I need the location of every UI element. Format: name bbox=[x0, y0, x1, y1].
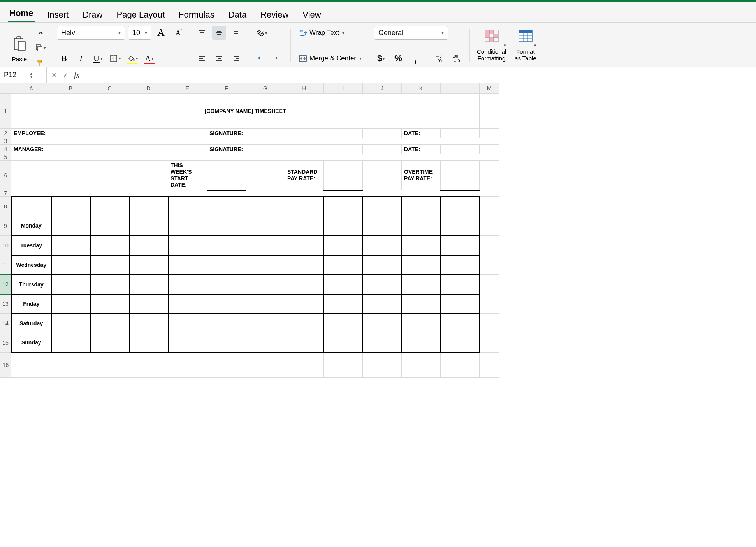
cell[interactable] bbox=[363, 275, 402, 294]
hdr-date[interactable]: DATE bbox=[51, 197, 90, 216]
cell-signature-value-1[interactable] bbox=[246, 129, 363, 138]
cell[interactable] bbox=[246, 294, 285, 314]
cell-ot-pay-value[interactable] bbox=[441, 161, 480, 190]
cell[interactable] bbox=[168, 255, 207, 275]
cell[interactable] bbox=[90, 255, 129, 275]
cell[interactable] bbox=[402, 255, 441, 275]
underline-button[interactable]: U▾ bbox=[91, 51, 105, 65]
cell[interactable] bbox=[480, 129, 499, 138]
name-box[interactable]: ▲▼ bbox=[0, 67, 47, 83]
cell[interactable] bbox=[363, 145, 402, 154]
cell[interactable] bbox=[402, 236, 441, 255]
cell[interactable] bbox=[51, 314, 90, 333]
cell-day-sat[interactable]: Saturday bbox=[11, 314, 51, 333]
cell[interactable] bbox=[480, 216, 499, 236]
cell[interactable] bbox=[11, 190, 499, 197]
cell[interactable] bbox=[90, 294, 129, 314]
font-color-button[interactable]: A ▾ bbox=[142, 51, 156, 65]
increase-decimal-button[interactable]: ←0.00 bbox=[434, 51, 448, 65]
cell-date-label-2[interactable]: DATE: bbox=[402, 145, 441, 154]
wrap-text-button[interactable]: ab Wrap Text ▾ bbox=[295, 26, 348, 40]
hdr-overtime[interactable]: OVERTIME(HOURS) bbox=[324, 197, 363, 216]
cell[interactable] bbox=[207, 216, 246, 236]
cell[interactable] bbox=[168, 314, 207, 333]
worksheet-grid[interactable]: A B C D E F G H I J K L M 1 [COMPANY NAM… bbox=[0, 83, 756, 378]
cell-employee-label[interactable]: EMPLOYEE: bbox=[11, 129, 51, 138]
col-header-M[interactable]: M bbox=[480, 83, 499, 94]
row-header-6[interactable]: 6 bbox=[0, 161, 11, 190]
cell-date-value-2[interactable] bbox=[441, 145, 480, 154]
cell-day-fri[interactable]: Friday bbox=[11, 294, 51, 314]
tab-review[interactable]: Review bbox=[259, 7, 290, 22]
cell[interactable] bbox=[246, 314, 285, 333]
row-header-2[interactable]: 2 bbox=[0, 129, 11, 138]
cell[interactable] bbox=[207, 294, 246, 314]
decrease-indent-button[interactable] bbox=[255, 51, 269, 65]
cell[interactable] bbox=[129, 314, 168, 333]
comma-format-button[interactable]: , bbox=[408, 51, 422, 65]
paste-button[interactable]: Paste bbox=[9, 31, 30, 64]
hdr-vacation[interactable]: VACATION(HOURS) bbox=[441, 197, 480, 216]
font-size-select[interactable]: 10 ▾ bbox=[128, 26, 151, 40]
number-format-select[interactable]: General ▾ bbox=[374, 26, 448, 40]
col-header-B[interactable]: B bbox=[51, 83, 90, 94]
cell[interactable] bbox=[51, 333, 90, 353]
col-header-G[interactable]: G bbox=[246, 83, 285, 94]
hdr-holiday[interactable]: HOLIDAY(HOURS) bbox=[402, 197, 441, 216]
row-header-15[interactable]: 15 bbox=[0, 333, 11, 353]
cell[interactable] bbox=[11, 154, 499, 161]
cell[interactable] bbox=[324, 353, 363, 378]
align-bottom-button[interactable] bbox=[229, 26, 243, 40]
tab-home[interactable]: Home bbox=[8, 6, 35, 22]
cell[interactable] bbox=[363, 333, 402, 353]
cell[interactable] bbox=[246, 353, 285, 378]
row-header-8[interactable]: 8 bbox=[0, 197, 11, 216]
cell-ot-pay-label[interactable]: OVERTIMEPAY RATE: bbox=[402, 161, 441, 190]
row-header-10[interactable]: 10 bbox=[0, 236, 11, 255]
align-top-button[interactable] bbox=[195, 26, 209, 40]
cell[interactable] bbox=[441, 353, 480, 378]
cell[interactable] bbox=[90, 216, 129, 236]
hdr-time-in-1[interactable]: TIME IN bbox=[129, 197, 168, 216]
cell-signature-label-2[interactable]: SIGNATURE: bbox=[207, 145, 246, 154]
cell[interactable] bbox=[480, 145, 499, 154]
cell[interactable] bbox=[90, 236, 129, 255]
cell[interactable] bbox=[324, 294, 363, 314]
cell[interactable] bbox=[51, 353, 90, 378]
cell[interactable] bbox=[480, 275, 499, 294]
hdr-time-out-2[interactable]: TIME OUT bbox=[246, 197, 285, 216]
cell[interactable] bbox=[441, 236, 480, 255]
enter-formula-button[interactable]: ✓ bbox=[63, 71, 69, 79]
cell[interactable] bbox=[207, 353, 246, 378]
cell[interactable] bbox=[129, 236, 168, 255]
cell[interactable] bbox=[90, 314, 129, 333]
cell[interactable] bbox=[246, 216, 285, 236]
tab-data[interactable]: Data bbox=[227, 7, 248, 22]
hdr-sick[interactable]: SICK(HOURS) bbox=[363, 197, 402, 216]
cell-day-tue[interactable]: Tuesday bbox=[11, 236, 51, 255]
format-as-table-button[interactable]: ▾ Formatas Table bbox=[512, 28, 539, 63]
cell[interactable] bbox=[246, 236, 285, 255]
select-all-corner[interactable] bbox=[0, 83, 11, 94]
name-box-input[interactable] bbox=[4, 71, 27, 79]
row-header-7[interactable]: 7 bbox=[0, 190, 11, 197]
cell[interactable] bbox=[363, 216, 402, 236]
hdr-job[interactable]: JOB/SHIFT bbox=[90, 197, 129, 216]
cell[interactable] bbox=[129, 294, 168, 314]
cell[interactable] bbox=[363, 236, 402, 255]
cell[interactable] bbox=[324, 314, 363, 333]
cell[interactable] bbox=[363, 129, 402, 138]
cell[interactable] bbox=[480, 353, 499, 378]
cell[interactable] bbox=[129, 333, 168, 353]
cell[interactable] bbox=[207, 314, 246, 333]
borders-button[interactable]: ▾ bbox=[108, 51, 122, 65]
cell[interactable] bbox=[324, 255, 363, 275]
row-header-3[interactable]: 3 bbox=[0, 138, 11, 145]
tab-draw[interactable]: Draw bbox=[81, 7, 104, 22]
cell-std-pay-value[interactable] bbox=[324, 161, 363, 190]
cell-day-sun[interactable]: Sunday bbox=[11, 333, 51, 353]
cell[interactable] bbox=[441, 216, 480, 236]
cell[interactable] bbox=[480, 236, 499, 255]
cell[interactable] bbox=[363, 314, 402, 333]
cell[interactable] bbox=[129, 353, 168, 378]
